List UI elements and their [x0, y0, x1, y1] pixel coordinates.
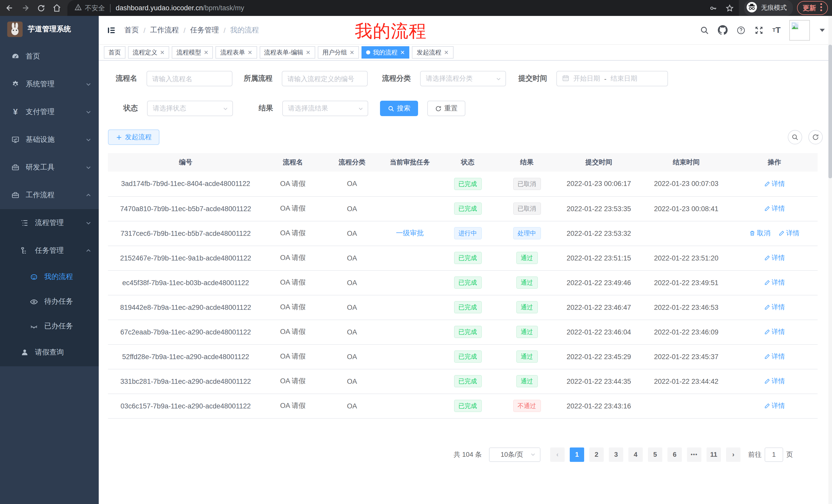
- start-process-button[interactable]: 发起流程: [108, 130, 159, 145]
- detail-link[interactable]: 详情: [764, 376, 785, 386]
- avatar[interactable]: [789, 20, 810, 40]
- close-icon[interactable]: ✕: [248, 49, 252, 56]
- tab-process-form[interactable]: 流程表单✕: [216, 46, 257, 59]
- detail-link[interactable]: 详情: [764, 179, 785, 189]
- sidebar-item-system[interactable]: 系统管理: [0, 71, 99, 98]
- end-date-placeholder[interactable]: 结束日期: [610, 74, 638, 83]
- breadcrumb-workflow[interactable]: 工作流程: [150, 25, 179, 35]
- page-button-5[interactable]: 5: [648, 447, 662, 461]
- process-definition-input[interactable]: [282, 71, 368, 86]
- page-button-6[interactable]: 6: [668, 447, 682, 461]
- github-icon[interactable]: [718, 25, 728, 35]
- detail-link[interactable]: 详情: [764, 401, 785, 411]
- sidebar-toggle-icon[interactable]: [107, 25, 116, 35]
- sidebar-item-leave-query[interactable]: 请假查询: [0, 339, 99, 366]
- process-name-input[interactable]: [147, 71, 232, 86]
- prev-page-button[interactable]: ‹: [550, 447, 565, 461]
- browser-menu-icon[interactable]: [820, 3, 822, 13]
- detail-link[interactable]: 详情: [764, 327, 785, 337]
- page-scrollbar[interactable]: [828, 16, 832, 504]
- col-end-time: 结束时间: [641, 153, 731, 172]
- tab-user-group[interactable]: 用户分组✕: [318, 46, 359, 59]
- tab-start-process[interactable]: 发起流程✕: [412, 46, 453, 59]
- table-search-icon[interactable]: [788, 130, 802, 144]
- category-select[interactable]: 请选择流程分类: [420, 71, 506, 86]
- close-icon[interactable]: ✕: [160, 49, 164, 56]
- password-key-icon[interactable]: [709, 4, 717, 12]
- page-button-2[interactable]: 2: [589, 447, 604, 461]
- page-button-1[interactable]: 1: [570, 447, 584, 461]
- user-icon: [21, 348, 29, 357]
- table-row: 7317cec6-7b9b-11ec-b5b7-acde48001122 OA …: [108, 221, 817, 246]
- home-icon[interactable]: [52, 4, 61, 12]
- tab-process-form-edit[interactable]: 流程表单-编辑✕: [259, 46, 315, 59]
- fullscreen-icon[interactable]: [754, 25, 763, 35]
- status-badge: 已完成: [454, 301, 482, 313]
- help-icon[interactable]: [736, 25, 746, 35]
- close-icon[interactable]: ✕: [306, 49, 310, 56]
- status-select[interactable]: 请选择状态: [147, 101, 233, 116]
- back-icon[interactable]: [5, 4, 14, 12]
- detail-link[interactable]: 详情: [764, 278, 785, 287]
- close-icon[interactable]: ✕: [204, 49, 208, 56]
- close-icon[interactable]: ✕: [400, 49, 405, 56]
- page-button-4[interactable]: 4: [628, 447, 643, 461]
- tab-home[interactable]: 首页: [104, 46, 126, 59]
- detail-link[interactable]: 详情: [764, 352, 785, 361]
- result-badge: 通过: [516, 301, 538, 313]
- page-button-3[interactable]: 3: [609, 447, 623, 461]
- detail-link[interactable]: 详情: [779, 229, 800, 238]
- detail-link[interactable]: 详情: [764, 253, 785, 262]
- search-button[interactable]: 搜索: [380, 101, 418, 116]
- filter-time-label: 提交时间: [518, 74, 547, 83]
- reset-button[interactable]: 重置: [427, 101, 465, 116]
- address-bar[interactable]: 不安全 dashboard.yudao.iocoder.cn/bpm/task/…: [67, 0, 739, 16]
- detail-link[interactable]: 详情: [764, 303, 785, 312]
- scrollbar-thumb[interactable]: [828, 45, 832, 178]
- page-button-11[interactable]: 11: [706, 447, 721, 461]
- total-count: 共 104 条: [453, 450, 482, 459]
- next-page-button[interactable]: ›: [726, 447, 740, 461]
- breadcrumb-task-management[interactable]: 任务管理: [190, 25, 219, 35]
- bookmark-star-icon[interactable]: [726, 4, 734, 12]
- annotation-text: 我的流程: [355, 20, 427, 43]
- sidebar-item-infra[interactable]: 基础设施: [0, 126, 99, 153]
- sidebar-item-task-management[interactable]: 任务管理: [0, 237, 99, 264]
- font-size-icon[interactable]: TT: [772, 25, 781, 35]
- page-content: 流程名 所属流程 流程分类 请选择流程分类: [99, 61, 832, 504]
- cell-task: [382, 295, 438, 319]
- sidebar-item-devtools[interactable]: 研发工具: [0, 153, 99, 181]
- table-refresh-icon[interactable]: [808, 130, 823, 144]
- tab-process-definition[interactable]: 流程定义✕: [128, 46, 169, 59]
- submit-time-range[interactable]: 开始日期 - 结束日期: [556, 71, 668, 86]
- forward-icon[interactable]: [21, 4, 30, 12]
- goto-page-input[interactable]: [765, 447, 783, 461]
- cell-category: OA: [322, 196, 382, 221]
- sidebar-item-todo-tasks[interactable]: 待办任务: [0, 289, 99, 314]
- avatar-caret-icon[interactable]: [820, 29, 825, 32]
- sidebar-item-home[interactable]: 首页: [0, 43, 99, 71]
- security-label[interactable]: 不安全: [85, 3, 105, 12]
- start-date-placeholder[interactable]: 开始日期: [573, 74, 600, 83]
- close-icon[interactable]: ✕: [444, 49, 449, 56]
- result-select[interactable]: 请选择流结果: [282, 101, 368, 116]
- sidebar-item-my-process[interactable]: 我的流程: [0, 264, 99, 289]
- current-task-link[interactable]: 一级审批: [396, 229, 424, 237]
- tab-my-process[interactable]: 我的流程✕: [362, 46, 409, 59]
- cancel-link[interactable]: 取消: [749, 229, 770, 238]
- sidebar-item-payment[interactable]: ¥ 支付管理: [0, 98, 99, 126]
- page-size-select[interactable]: 10条/页: [489, 447, 541, 461]
- sidebar-item-workflow[interactable]: 工作流程: [0, 181, 99, 209]
- tab-process-model[interactable]: 流程模型✕: [172, 46, 213, 59]
- more-pages-button[interactable]: •••: [687, 447, 701, 461]
- close-icon[interactable]: ✕: [350, 49, 354, 56]
- cell-id: ec45f38f-7b9a-11ec-b03b-acde48001122: [108, 270, 263, 295]
- update-button[interactable]: 更新: [797, 1, 828, 15]
- app-logo[interactable]: 芋道管理系统: [0, 16, 99, 43]
- detail-link[interactable]: 详情: [764, 204, 785, 213]
- sidebar-item-done-tasks[interactable]: 已办任务: [0, 314, 99, 339]
- breadcrumb-home[interactable]: 首页: [125, 25, 139, 35]
- search-icon[interactable]: [700, 25, 709, 35]
- sidebar-item-process-management[interactable]: 流程管理: [0, 209, 99, 237]
- reload-icon[interactable]: [37, 4, 45, 12]
